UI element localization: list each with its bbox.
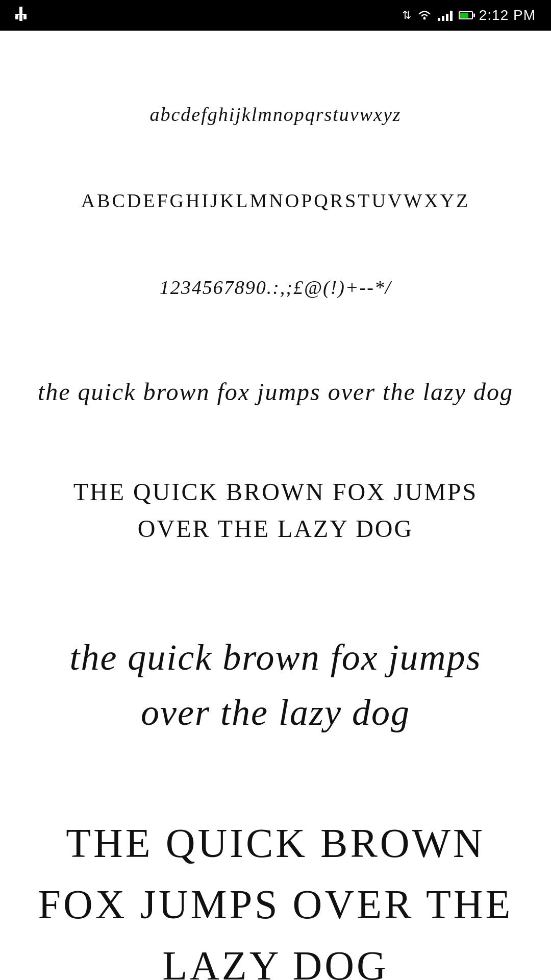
download-icon: ⇅ (402, 9, 411, 22)
svg-rect-4 (19, 15, 22, 21)
sentence-upper-lg-text: THE QUICK BROWN FOX JUMPS OVER THE LAZY … (33, 813, 518, 980)
status-right-icons: ⇅ 2:12 PM (402, 7, 536, 23)
numbers-text: 1234567890.:,;£@(!)+--*/ (160, 275, 392, 300)
wifi-icon (417, 9, 432, 22)
svg-point-5 (423, 17, 425, 20)
battery-icon (459, 11, 473, 20)
sentence-upper-sm-text: THE QUICK BROWN FOX JUMPS OVER THE LAZY … (46, 474, 505, 547)
sentence-upper-sm-section: THE QUICK BROWN FOX JUMPS OVER THE LAZY … (10, 443, 541, 578)
sentence-upper-lg-section: THE QUICK BROWN FOX JUMPS OVER THE LAZY … (10, 782, 541, 980)
uppercase-section: ABCDEFGHIJKLMNOPQRSTUVWXYZ (10, 158, 541, 244)
sentence-lower-lg-section: the quick brown fox jumps over the lazy … (10, 578, 541, 782)
status-time: 2:12 PM (479, 7, 536, 23)
signal-icon (438, 10, 453, 21)
sentence-lower-sm-section: the quick brown fox jumps over the lazy … (10, 331, 541, 443)
svg-rect-0 (19, 7, 22, 14)
svg-rect-1 (15, 14, 27, 15)
sentence-lower-lg-text: the quick brown fox jumps over the lazy … (33, 630, 518, 740)
font-preview-content: abcdefghijklmnopqrstuvwxyz ABCDEFGHIJKLM… (0, 31, 551, 980)
sentence-lower-sm-text: the quick brown fox jumps over the lazy … (38, 376, 513, 408)
status-bar: ⇅ 2:12 PM (0, 0, 551, 31)
svg-rect-2 (15, 15, 18, 19)
usb-icon (15, 7, 27, 24)
svg-rect-3 (23, 15, 27, 19)
lowercase-section: abcdefghijklmnopqrstuvwxyz (10, 61, 541, 158)
numbers-section: 1234567890.:,;£@(!)+--*/ (10, 244, 541, 331)
lowercase-text: abcdefghijklmnopqrstuvwxyz (149, 102, 401, 127)
uppercase-text: ABCDEFGHIJKLMNOPQRSTUVWXYZ (81, 188, 470, 213)
status-left-icons (15, 7, 27, 24)
